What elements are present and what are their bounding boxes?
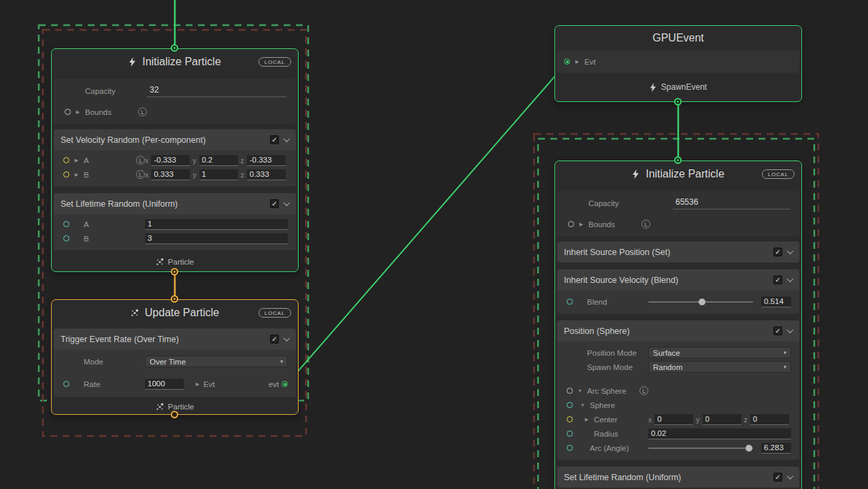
block-enabled-checkbox[interactable]: ✓ <box>773 275 782 284</box>
block-enabled-checkbox[interactable]: ✓ <box>270 199 279 208</box>
expander-collapsed-icon[interactable]: ▶ <box>574 59 580 65</box>
velocity-b-label: B <box>84 171 89 179</box>
lifetime-b-input[interactable] <box>145 233 288 244</box>
block-header[interactable]: Position (Sphere) ✓ <box>557 320 799 341</box>
block-header[interactable]: Inherit Source Velocity (Blend) ✓ <box>557 269 799 290</box>
center-port[interactable] <box>567 416 573 422</box>
node-initialize-particle-left[interactable]: Initialize Particle LOCAL Capacity ▶ Bou… <box>51 48 299 272</box>
node-title: GPUEvent <box>652 32 704 44</box>
vfx-graph-canvas[interactable]: Initialize Particle LOCAL Capacity ▶ Bou… <box>0 0 868 489</box>
velocity-a-x-input[interactable] <box>151 155 190 166</box>
expander-collapsed-icon[interactable]: ▶ <box>75 109 81 115</box>
lifetime-a-port[interactable] <box>63 221 69 227</box>
chevron-down-icon[interactable] <box>284 135 290 142</box>
velocity-b-z-input[interactable] <box>247 169 286 180</box>
rate-input[interactable] <box>145 379 184 390</box>
chevron-down-icon[interactable] <box>787 248 794 254</box>
block-inherit-source-velocity[interactable]: Inherit Source Velocity (Blend) ✓ Blend <box>557 269 799 314</box>
bounds-port[interactable] <box>568 221 574 227</box>
node-initialize-particle-right[interactable]: Initialize Particle LOCAL Capacity ▶ Bou… <box>554 161 802 489</box>
velocity-b-x-input[interactable] <box>151 169 190 180</box>
gpuevent-spawn-output-port[interactable] <box>674 98 682 105</box>
lifetime-a-input[interactable] <box>145 219 288 230</box>
block-position-sphere[interactable]: Position (Sphere) ✓ Position Mode Surfac… <box>557 320 799 460</box>
spawn-mode-dropdown[interactable]: Random ▾ <box>648 361 791 373</box>
node-update-particle[interactable]: Update Particle LOCAL Trigger Event Rate… <box>51 299 299 415</box>
lifetime-b-port[interactable] <box>63 235 69 241</box>
center-y-input[interactable] <box>703 414 741 425</box>
blend-input[interactable] <box>761 297 791 307</box>
node-header[interactable]: GPUEvent <box>555 26 801 50</box>
block-header[interactable]: Set Lifetime Random (Uniform) ✓ <box>54 193 296 214</box>
evt-output-port[interactable] <box>282 381 288 387</box>
update-particle-output-port[interactable] <box>171 411 178 418</box>
expander-collapsed-icon[interactable]: ▶ <box>195 382 201 387</box>
initialize-left-particle-output-port[interactable] <box>171 268 178 275</box>
node-header[interactable]: Update Particle LOCAL <box>52 300 298 326</box>
chevron-down-icon[interactable] <box>787 275 794 282</box>
block-enabled-checkbox[interactable]: ✓ <box>270 135 279 144</box>
edge-evt-to-gpuevent[interactable] <box>288 61 568 382</box>
rate-port[interactable] <box>63 381 69 387</box>
mode-dropdown[interactable]: Over Time ▾ <box>145 356 288 367</box>
arc-angle-port[interactable] <box>567 445 573 451</box>
initialize-right-spawn-input-port[interactable] <box>674 156 682 164</box>
block-header[interactable]: Set Velocity Random (Per-component) ✓ <box>54 129 296 150</box>
arc-sphere-port[interactable] <box>567 388 573 394</box>
lifetime-a-row: A <box>63 218 288 231</box>
blend-slider-knob[interactable] <box>699 299 705 305</box>
expander-collapsed-icon[interactable]: ▶ <box>73 172 80 178</box>
block-header[interactable]: Set Lifetime Random (Uniform) ✓ <box>557 467 799 488</box>
block-set-lifetime-random[interactable]: Set Lifetime Random (Uniform) ✓ A <box>54 193 296 250</box>
chevron-down-icon[interactable] <box>284 335 290 341</box>
blend-port[interactable] <box>567 299 573 305</box>
node-gpuevent[interactable]: GPUEvent ▶ Evt SpawnEvent <box>554 25 802 102</box>
chevron-down-icon[interactable] <box>787 473 794 479</box>
velocity-b-y-input[interactable] <box>199 169 238 180</box>
bounds-port[interactable] <box>65 109 71 115</box>
radius-port[interactable] <box>567 431 573 437</box>
expander-expanded-icon[interactable]: ▼ <box>580 403 586 407</box>
block-enabled-checkbox[interactable]: ✓ <box>773 248 782 256</box>
block-set-velocity-random[interactable]: Set Velocity Random (Per-component) ✓ ▶ … <box>54 129 296 186</box>
expander-collapsed-icon[interactable]: ▶ <box>584 417 590 422</box>
block-header[interactable]: Inherit Source Position (Set) ✓ <box>557 241 799 263</box>
evt-input-row: ▶ Evt <box>557 50 799 73</box>
radius-input[interactable] <box>648 428 791 439</box>
block-enabled-checkbox[interactable]: ✓ <box>773 473 782 482</box>
velocity-a-y-input[interactable] <box>199 155 238 166</box>
position-mode-dropdown[interactable]: Surface ▾ <box>648 347 791 358</box>
arc-angle-input[interactable] <box>761 443 791 454</box>
block-header[interactable]: Trigger Event Rate (Over Time) ✓ <box>54 328 296 350</box>
blend-slider[interactable] <box>648 301 753 303</box>
node-header[interactable]: Initialize Particle LOCAL <box>52 49 298 75</box>
capacity-input[interactable] <box>147 85 286 97</box>
expander-expanded-icon[interactable]: ▼ <box>577 388 583 393</box>
particle-icon <box>131 309 139 317</box>
arc-angle-slider-knob[interactable] <box>746 445 752 452</box>
velocity-b-port[interactable] <box>63 171 69 178</box>
capacity-input[interactable] <box>673 197 790 209</box>
bounds-row: ▶ Bounds L <box>557 214 799 235</box>
chevron-down-icon[interactable] <box>284 199 290 206</box>
initialize-left-spawn-input-port[interactable] <box>171 44 178 52</box>
update-particle-input-port[interactable] <box>171 295 178 303</box>
arc-angle-slider[interactable] <box>648 448 753 449</box>
block-inherit-source-position[interactable]: Inherit Source Position (Set) ✓ <box>557 241 799 263</box>
center-x-input[interactable] <box>654 414 693 425</box>
expander-collapsed-icon[interactable]: ▶ <box>578 222 584 227</box>
block-trigger-event-rate[interactable]: Trigger Event Rate (Over Time) ✓ Mode Ov… <box>54 328 296 397</box>
capacity-row: Capacity <box>54 80 296 101</box>
block-enabled-checkbox[interactable]: ✓ <box>270 335 279 343</box>
expander-collapsed-icon[interactable]: ▶ <box>73 158 80 163</box>
sphere-port[interactable] <box>567 402 573 408</box>
node-header[interactable]: Initialize Particle LOCAL <box>555 161 801 187</box>
local-badge: LOCAL <box>258 57 291 67</box>
velocity-a-port[interactable] <box>63 157 69 163</box>
evt-input-port[interactable] <box>564 58 570 65</box>
block-set-lifetime-random[interactable]: Set Lifetime Random (Uniform) ✓ <box>557 467 799 488</box>
center-z-input[interactable] <box>750 414 789 425</box>
block-enabled-checkbox[interactable]: ✓ <box>773 326 782 335</box>
chevron-down-icon[interactable] <box>787 326 794 333</box>
velocity-a-z-input[interactable] <box>247 155 286 166</box>
